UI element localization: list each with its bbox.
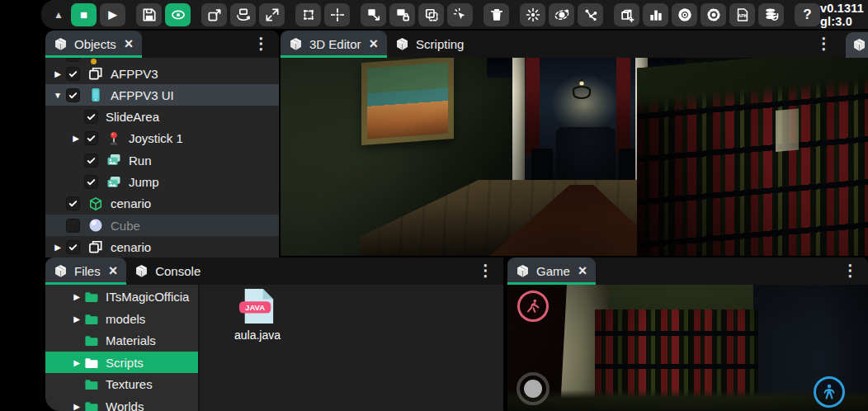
chevron-right-icon[interactable]: ▶	[70, 292, 83, 301]
collapse-toolbar-button[interactable]: ▲	[50, 3, 68, 26]
object-row-cenario[interactable]: cenario	[45, 193, 279, 215]
rotate-icon	[235, 7, 252, 23]
app-window: ▲■▶APK? v0.1311 gl:3.0 Objects× ⋮ ▶AFPPV…	[0, 0, 868, 411]
pivot-tool-button[interactable]	[324, 3, 350, 26]
folder-row-models[interactable]: ▶models	[45, 308, 198, 329]
stats-button[interactable]	[643, 3, 668, 26]
object-row-cenario[interactable]: ▶cenario	[45, 236, 279, 257]
settings-button[interactable]	[672, 3, 697, 26]
java-badge: JAVA	[245, 303, 265, 312]
target-settings-button[interactable]	[701, 3, 726, 26]
export-apk-button[interactable]: APK	[729, 3, 755, 26]
visibility-checkbox[interactable]	[84, 154, 98, 168]
object-label: cenario	[111, 196, 151, 210]
tab-objects[interactable]: Objects×	[45, 31, 142, 58]
chevron-down-icon[interactable]: ▼	[50, 91, 66, 100]
object-row-afppv3-ui[interactable]: ▼AFPPV3 UI	[45, 84, 279, 106]
copy-special-button[interactable]	[418, 3, 444, 26]
chevron-right-icon[interactable]: ▶	[70, 402, 83, 411]
3d-viewport[interactable]	[281, 58, 868, 256]
tab-game[interactable]: Game×	[507, 257, 596, 285]
visibility-checkbox[interactable]	[84, 175, 98, 189]
game-menu-button[interactable]: ⋮	[842, 261, 858, 281]
add-object-button[interactable]	[614, 3, 639, 26]
rotate-tool-button[interactable]	[230, 3, 256, 26]
object-row-jump[interactable]: Jump	[45, 172, 279, 193]
folder-row-worlds[interactable]: ▶Worlds	[45, 396, 198, 411]
database-sync-button[interactable]	[758, 3, 784, 26]
game-viewport[interactable]	[507, 285, 868, 411]
help-button[interactable]: ?	[795, 3, 820, 26]
objects-menu-button[interactable]: ⋮	[253, 34, 269, 54]
stop-icon: ■	[80, 8, 87, 21]
tap-tool-button[interactable]	[447, 3, 473, 26]
folder-label: Scripts	[106, 356, 144, 370]
close-icon[interactable]: ×	[370, 35, 379, 53]
duplicate-button[interactable]	[361, 3, 386, 26]
tab-label: Console	[155, 264, 200, 278]
save-button[interactable]	[136, 3, 162, 26]
visibility-checkbox[interactable]	[66, 196, 80, 210]
joystick-knob[interactable]	[524, 380, 542, 398]
tab-console[interactable]: Console	[126, 257, 210, 285]
chevron-right-icon[interactable]: ▶	[50, 243, 66, 252]
close-icon[interactable]: ×	[578, 262, 587, 280]
visibility-checkbox[interactable]	[66, 219, 80, 233]
files-menu-button[interactable]: ⋮	[478, 261, 493, 281]
orbit-view-button[interactable]	[549, 3, 574, 26]
visibility-checkbox[interactable]	[66, 240, 80, 254]
folder-tree: ▶ITsMagicOfficia▶modelsMaterials▶Scripts…	[45, 285, 198, 411]
file-card-aula-java[interactable]: JAVA aula.java	[226, 288, 289, 342]
visibility-checkbox[interactable]	[66, 58, 80, 62]
folder-label: Worlds	[106, 399, 144, 411]
delete-button[interactable]	[484, 3, 509, 26]
visibility-checkbox[interactable]	[84, 131, 98, 145]
object-row-run[interactable]: Run	[45, 149, 279, 171]
move-tool-button[interactable]	[201, 3, 227, 26]
object-row-afppv3[interactable]: ▶AFPPV3	[45, 63, 279, 84]
stop-button[interactable]: ■	[71, 3, 97, 26]
folder-row-scripts[interactable]: ▶Scripts	[45, 352, 198, 373]
object-row-slidearea[interactable]: SlideArea	[45, 106, 279, 128]
close-icon[interactable]: ×	[125, 35, 134, 53]
accessibility-button[interactable]	[814, 376, 845, 408]
eye-icon	[170, 7, 186, 23]
object-row-cube[interactable]: Cube	[45, 215, 279, 236]
chevron-right-icon[interactable]: ▶	[70, 358, 83, 367]
folder-row-textures[interactable]: Textures	[45, 374, 198, 395]
bounds-select-button[interactable]	[295, 3, 321, 26]
folder-row-materials[interactable]: Materials	[45, 330, 198, 352]
visibility-checkbox[interactable]	[66, 67, 80, 81]
running-person-icon	[524, 297, 542, 315]
object-label: Cube	[111, 219, 140, 233]
visibility-checkbox[interactable]	[84, 110, 98, 124]
gear-icon	[677, 7, 693, 23]
preview-eye-button[interactable]	[165, 3, 191, 26]
partial-next-tab[interactable]	[846, 32, 868, 58]
light-flare-button[interactable]	[520, 3, 545, 26]
run-button[interactable]	[517, 291, 549, 322]
play-button[interactable]: ▶	[100, 3, 125, 26]
folder-icon	[83, 355, 99, 371]
visibility-checkbox[interactable]	[66, 88, 80, 102]
tab-files[interactable]: Files×	[45, 257, 126, 285]
tab-scripting[interactable]: Scripting	[387, 31, 473, 58]
package-icon	[134, 263, 149, 279]
svg-text:APK: APK	[738, 12, 747, 17]
apk-icon: APK	[734, 7, 751, 23]
tab-3d-editor[interactable]: 3D Editor×	[281, 31, 387, 58]
toolbar-buttons: ▲■▶APK?	[50, 3, 820, 26]
folder-row-itsmagicofficia[interactable]: ▶ITsMagicOfficia	[45, 286, 198, 308]
object-row-joystick-1[interactable]: ▶Joystick 1	[45, 128, 279, 149]
close-icon[interactable]: ×	[109, 262, 118, 280]
chevron-right-icon[interactable]: ▶	[70, 314, 83, 324]
lock-object-button[interactable]	[389, 3, 415, 26]
chevron-right-icon[interactable]: ▶	[50, 69, 66, 78]
editor-menu-button[interactable]: ⋮	[816, 34, 832, 54]
scale-tool-button[interactable]	[259, 3, 285, 26]
image-icon	[106, 174, 122, 191]
chevron-right-icon[interactable]: ▶	[68, 134, 84, 143]
object-label: SlideArea	[106, 110, 159, 124]
path-nodes-button[interactable]	[578, 3, 603, 26]
virtual-joystick[interactable]	[517, 372, 550, 405]
